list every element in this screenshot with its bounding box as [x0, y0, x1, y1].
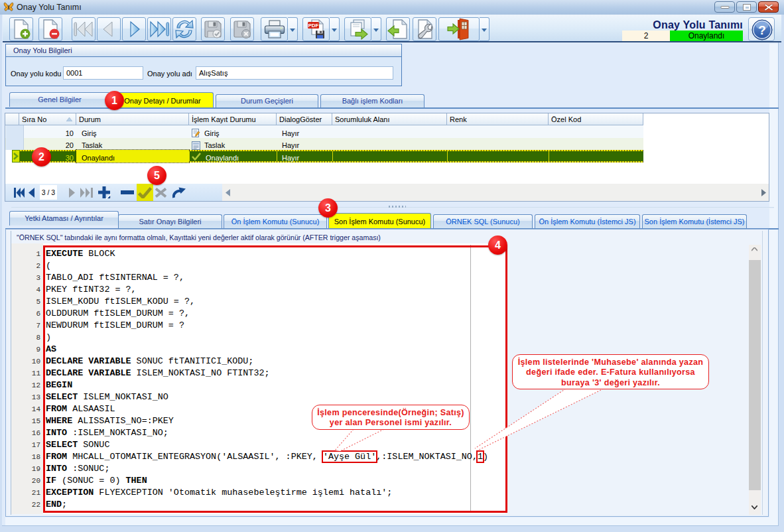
svg-text:?: ? — [758, 23, 766, 37]
svg-text:PDF: PDF — [308, 23, 318, 29]
